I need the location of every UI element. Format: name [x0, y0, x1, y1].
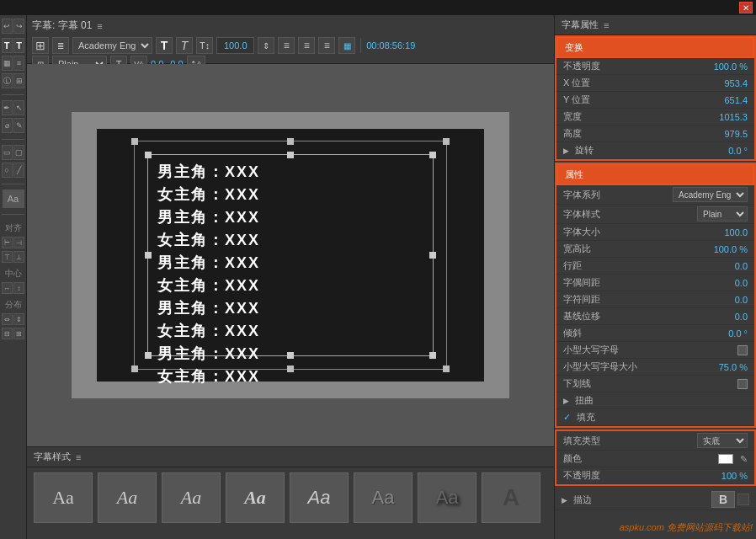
align-left-text[interactable]: ≡ [278, 37, 295, 54]
width-label: 宽度 [563, 110, 689, 123]
rect-tool[interactable]: ▭ [2, 145, 13, 160]
handle-tm[interactable] [287, 138, 294, 145]
font-family-dropdown[interactable]: Academy Eng [673, 187, 748, 202]
round-rect-tool[interactable]: ▢ [13, 145, 24, 160]
tab-tool[interactable]: ⊞ [13, 73, 24, 88]
fill-type-dropdown[interactable]: 实底 [697, 433, 748, 448]
style-item-7[interactable]: A [482, 472, 540, 523]
align-center-text[interactable]: ≡ [298, 37, 315, 54]
style-item-4[interactable]: Aa [290, 472, 349, 523]
underline-row[interactable]: 下划线 [556, 376, 754, 392]
style-item-2[interactable]: Aa [162, 472, 221, 523]
align-right-btn[interactable]: ⊣ [13, 237, 24, 248]
timecode-display: 00:08:56:19 [366, 40, 415, 51]
font-family-row[interactable]: 字体系列 Academy Eng [556, 185, 754, 205]
italic-T[interactable]: T [176, 37, 193, 54]
fill-opacity-row[interactable]: 不透明度 100 % [556, 467, 754, 484]
fill-type-row[interactable]: 填充类型 实底 [556, 431, 754, 451]
center-h-btn[interactable]: ↔ [2, 282, 13, 294]
handle-bl[interactable] [131, 366, 138, 372]
path-text-tool[interactable]: ≡ [13, 56, 24, 71]
tracking-row[interactable]: 字符间距 0.0 [556, 291, 754, 308]
arrow-tool[interactable]: ↖ [13, 100, 24, 115]
styles-menu-icon[interactable]: ≡ [76, 452, 81, 462]
kerning-row[interactable]: 字偶间距 0.0 [556, 275, 754, 291]
color-display: ✎ [718, 453, 748, 465]
width-row[interactable]: 宽度 1015.3 [556, 109, 754, 125]
style-item-5[interactable]: Aa [354, 472, 413, 523]
color-row[interactable]: 颜色 ✎ [556, 451, 754, 467]
strokes-row[interactable]: ▶ 描边 B [555, 489, 756, 510]
style-item-1[interactable]: Aa [98, 472, 157, 523]
tab-stops-btn[interactable]: ▦ [338, 37, 355, 54]
inner-handle-tr[interactable] [429, 152, 436, 158]
left-toolbar: ↩ ↪ T T ▦ ≡ Ⓛ ⊞ ✒ ↖ ⌀ ✎ ▭ ▢ [0, 15, 27, 539]
edit-tool[interactable]: ✎ [13, 118, 24, 133]
close-button[interactable]: ✕ [739, 2, 753, 13]
align-right-text[interactable]: ≡ [318, 37, 335, 54]
baseline-row[interactable]: 基线位移 0.0 [556, 308, 754, 325]
y-pos-row[interactable]: Y 位置 651.4 [556, 92, 754, 109]
distribute-v-btn[interactable]: ⇕ [13, 313, 24, 325]
distort-row[interactable]: ▶ 扭曲 [556, 392, 754, 409]
redo-button[interactable]: ↪ [13, 19, 24, 34]
pen-tool[interactable]: ✒ [2, 100, 13, 115]
distribute-btn4[interactable]: ⊞ [13, 328, 24, 339]
align-left-btn[interactable]: ⊢ [2, 237, 13, 248]
line-tool[interactable]: ╱ [13, 163, 24, 178]
canvas-inner[interactable]: 男主角：XXX 女主角：XXX 男主角：XXX 女主角：XXX 男主角：XXX … [97, 129, 484, 382]
style-item-6[interactable]: Aa [418, 472, 476, 523]
font-size-row[interactable]: 字体大小 100.0 [556, 224, 754, 241]
line-spacing-row[interactable]: 行距 0.0 [556, 258, 754, 275]
watermark-area: aspku.com 免费网站源码下载站! [555, 510, 756, 536]
fill-check-row[interactable]: ✓ 填充 [556, 409, 754, 426]
subtitle-icon2[interactable]: ≣ [52, 37, 69, 54]
brush-tool[interactable]: ⌀ [2, 118, 13, 133]
undo-button[interactable]: ↩ [2, 19, 13, 34]
subtitle-menu-icon[interactable]: ≡ [97, 21, 102, 31]
font-family-select[interactable]: Academy Eng [72, 37, 152, 54]
inner-handle-bl[interactable] [145, 352, 152, 359]
center-v-btn[interactable]: ↕ [13, 282, 24, 294]
text-tool[interactable]: T [2, 38, 13, 53]
font-size-input[interactable] [216, 37, 254, 54]
size-icon[interactable]: T↕ [196, 37, 213, 54]
smallcaps-row[interactable]: 小型大写字母 [556, 342, 754, 359]
smallcaps-size-row[interactable]: 小型大写字母大小 75.0 % [556, 359, 754, 376]
strokes-B-icon: B [711, 491, 735, 508]
font-style-dropdown[interactable]: Plain [697, 206, 748, 221]
preview-button[interactable]: Aa [3, 189, 24, 208]
smallcaps-checkbox[interactable] [737, 345, 748, 355]
style-item-0[interactable]: Aa [34, 472, 93, 523]
pencil-icon[interactable]: ✎ [740, 454, 748, 464]
align-bottom-btn[interactable]: ⊥ [13, 251, 24, 263]
area-text-tool[interactable]: ▦ [2, 56, 13, 71]
x-pos-row[interactable]: X 位置 953.4 [556, 75, 754, 92]
opacity-row[interactable]: 不透明度 100.0 % [556, 58, 754, 75]
aspect-row[interactable]: 宽高比 100.0 % [556, 241, 754, 258]
subtitle-icon1[interactable]: ⊞ [32, 37, 49, 54]
color-box[interactable] [718, 454, 733, 464]
inner-handle-br[interactable] [429, 352, 436, 359]
right-panel-menu-icon[interactable]: ≡ [604, 20, 609, 30]
font-style-row[interactable]: 字体样式 Plain [556, 205, 754, 224]
vertical-text-tool[interactable]: T [13, 38, 24, 53]
handle-tl[interactable] [131, 138, 138, 145]
strokes-color-box[interactable] [737, 494, 749, 505]
handle-tr[interactable] [443, 138, 450, 145]
height-row[interactable]: 高度 979.5 [556, 125, 754, 142]
ellipse-tool[interactable]: ○ [2, 163, 13, 178]
distribute-btn3[interactable]: ⊟ [2, 328, 13, 339]
distribute-h-btn[interactable]: ⇔ [2, 313, 13, 325]
underline-checkbox[interactable] [737, 379, 748, 389]
rotation-row[interactable]: ▶ 旋转 0.0 ° [556, 142, 754, 159]
align-top-btn[interactable]: ⊤ [2, 251, 13, 263]
inner-handle-mr[interactable] [429, 252, 436, 259]
style-item-3[interactable]: Aa [226, 472, 285, 523]
leading-icon[interactable]: ⇕ [258, 37, 274, 54]
logo-tool[interactable]: Ⓛ [2, 73, 13, 88]
handle-br[interactable] [443, 366, 450, 372]
bold-T[interactable]: T [156, 37, 173, 54]
y-pos-label: Y 位置 [563, 93, 689, 106]
tilt-row[interactable]: 倾斜 0.0 ° [556, 325, 754, 342]
